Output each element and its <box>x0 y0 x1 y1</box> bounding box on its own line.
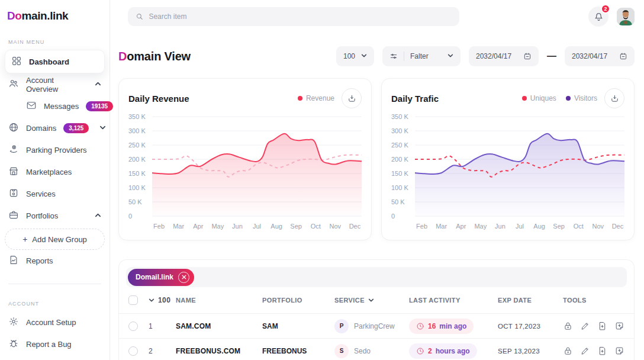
storefront-icon <box>8 166 19 178</box>
sidebar-item-label: Account Setup <box>26 318 76 327</box>
search-input[interactable] <box>149 12 452 21</box>
sidebar-item-label: Services <box>26 189 56 198</box>
sidebar-item-parking-providers[interactable]: Parking Providers <box>0 139 110 161</box>
exp-date: SEP 13,2023 <box>498 348 563 355</box>
lock-button[interactable] <box>563 321 573 331</box>
edit-button[interactable] <box>580 346 590 356</box>
note-plus-icon <box>614 321 624 331</box>
add-note-button[interactable] <box>614 346 624 356</box>
page-controls: 100 Falter 2032/04/17 — <box>336 46 635 66</box>
add-new-group-label: Add New Group <box>32 235 87 244</box>
domain-name[interactable]: SAM.COM <box>176 322 262 330</box>
card-head: Daily Revenue Revenue <box>128 88 362 108</box>
column-last-activity[interactable]: LAST ACTIVITY <box>409 297 498 304</box>
sidebar-item-account-overview[interactable]: Account Overview <box>0 73 110 95</box>
row-checkbox[interactable] <box>128 322 138 331</box>
portfolio-name: FREEBONUS <box>262 347 334 355</box>
domains-table-card: Domail.link 100 NAME PORTFOLIO SERVICE L… <box>118 259 635 360</box>
select-all-checkbox[interactable] <box>128 295 138 305</box>
topbar-right: 2 <box>588 7 635 27</box>
sidebar-item-account-setup[interactable]: Account Setup <box>0 311 110 333</box>
date-from-picker[interactable]: 2032/04/17 <box>469 46 539 66</box>
legend-dot <box>298 96 302 101</box>
add-file-button[interactable] <box>597 321 607 331</box>
chart-title: Daily Revenue <box>128 94 189 104</box>
page-size-select[interactable]: 100 <box>336 46 374 66</box>
calendar-icon <box>619 52 627 60</box>
filter-chip-domail-link[interactable]: Domail.link <box>128 269 194 286</box>
service-cell: P ParkingCrew <box>334 319 409 333</box>
filter-select[interactable]: Falter <box>382 46 461 66</box>
chevron-up-icon <box>95 211 101 220</box>
divider <box>404 52 404 61</box>
briefcase-icon <box>8 210 19 222</box>
add-note-button[interactable] <box>614 321 624 331</box>
logo-accent: Do <box>7 9 22 22</box>
notifications-button[interactable]: 2 <box>588 7 608 27</box>
column-name[interactable]: NAME <box>176 297 262 304</box>
search-icon <box>136 12 143 21</box>
sidebar-item-report-a-bug[interactable]: Report a Bug <box>0 333 110 355</box>
service-name: Sedo <box>354 347 371 355</box>
legend-item-visitors: Visitors <box>566 94 597 102</box>
main-menu-label: MAIN MENU <box>0 39 110 45</box>
x-axis-labels: FebMarAprMayJunJulAugSepOctNovDec <box>415 218 624 232</box>
download-chart-button[interactable] <box>604 88 624 108</box>
sidebar-item-domains[interactable]: Domains 3,125 <box>0 117 110 139</box>
report-document-icon <box>8 255 19 267</box>
coin-hand-icon <box>8 144 19 156</box>
user-avatar[interactable] <box>617 8 635 25</box>
page-title-rest: omain View <box>127 50 191 63</box>
sidebar-item-dashboard[interactable]: Dashboard <box>5 50 105 73</box>
file-plus-icon <box>597 321 607 331</box>
box-icon <box>8 188 19 200</box>
row-checkbox[interactable] <box>128 346 138 356</box>
charts-row: Daily Revenue Revenue 350 K300 K250 <box>118 78 635 240</box>
sidebar-item-marketplaces[interactable]: Marketplaces <box>0 161 110 183</box>
column-exp-date[interactable]: EXP DATE <box>498 297 563 304</box>
portfolio-name: SAM <box>262 322 334 330</box>
page-head: Domain View 100 Falter 2032/04/17 <box>118 46 635 66</box>
legend-dot <box>522 96 527 101</box>
remove-filter-button[interactable] <box>178 272 189 283</box>
chevron-down-icon <box>447 52 453 60</box>
sidebar-item-services[interactable]: Services <box>0 183 110 205</box>
edit-button[interactable] <box>580 321 590 331</box>
app-root: Domain.link MAIN MENU Dashboard Account … <box>0 0 644 360</box>
add-new-group-button[interactable]: + Add New Group <box>5 229 105 250</box>
date-to-value: 2032/04/17 <box>572 52 607 60</box>
chart-plot <box>415 114 624 218</box>
domain-name[interactable]: FREEBONUS.COM <box>176 347 262 355</box>
account-section-label: ACCOUNT <box>0 301 110 307</box>
search-box[interactable] <box>128 7 459 26</box>
table-row: 1 SAM.COM SAM P ParkingCrew 16 min ago <box>119 313 634 338</box>
column-count[interactable]: 100 <box>149 296 176 304</box>
table-row: 2 FREEBONUS.COM FREEBONUS S Sedo 2 hours… <box>119 338 634 360</box>
filter-value: Falter <box>410 52 429 60</box>
sidebar-item-messages[interactable]: Messages 19135 <box>0 95 110 117</box>
last-activity-badge: 2 hours ago <box>409 343 477 359</box>
daily-trafic-card: Daily Trafic Uniques Visitors <box>381 78 635 240</box>
sidebar-item-label: Marketplaces <box>26 168 72 176</box>
avatar-image <box>617 8 635 25</box>
active-filters-bar: Domail.link <box>126 267 627 287</box>
lock-button[interactable] <box>563 346 573 356</box>
sidebar-item-portfolios[interactable]: Portfolios <box>0 205 110 227</box>
download-chart-button[interactable] <box>342 88 362 108</box>
exp-date: OCT 17,2023 <box>498 323 563 330</box>
last-activity-badge: 16 min ago <box>409 319 474 334</box>
row-tools <box>563 346 624 356</box>
add-file-button[interactable] <box>597 346 607 356</box>
chevron-down-icon <box>149 297 154 303</box>
lock-icon <box>563 321 573 331</box>
row-tools <box>563 321 624 331</box>
sidebar-item-label: Dashboard <box>29 57 69 66</box>
sidebar-item-reports[interactable]: Reports <box>0 250 110 272</box>
pencil-icon <box>580 346 590 356</box>
page-size-value: 100 <box>343 52 355 60</box>
chevron-up-icon <box>95 80 101 89</box>
download-icon <box>610 94 619 103</box>
date-to-picker[interactable]: 2032/04/17 <box>565 46 635 66</box>
column-portfolio[interactable]: PORTFOLIO <box>262 297 334 304</box>
column-service[interactable]: SERVICE <box>334 297 409 304</box>
